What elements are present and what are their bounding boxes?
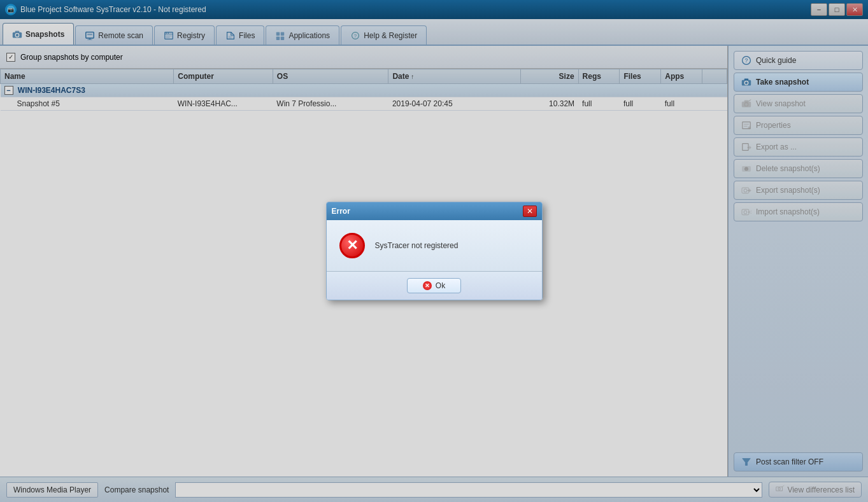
dialog-message: SysTracer not registered [375, 241, 459, 250]
dialog-ok-button[interactable]: ✕ Ok [407, 278, 461, 293]
dialog-title: Error [332, 207, 350, 216]
dialog-titlebar: Error ✕ [327, 202, 542, 220]
ok-x-icon: ✕ [423, 281, 432, 290]
dialog-ok-label: Ok [436, 281, 445, 290]
dialog-footer: ✕ Ok [327, 271, 542, 300]
error-dialog: Error ✕ ✕ SysTracer not registered ✕ Ok [326, 202, 543, 300]
dialog-overlay: Error ✕ ✕ SysTracer not registered ✕ Ok [0, 0, 868, 502]
error-icon: ✕ [339, 233, 365, 258]
dialog-close-button[interactable]: ✕ [523, 206, 537, 217]
dialog-body: ✕ SysTracer not registered [327, 220, 542, 271]
